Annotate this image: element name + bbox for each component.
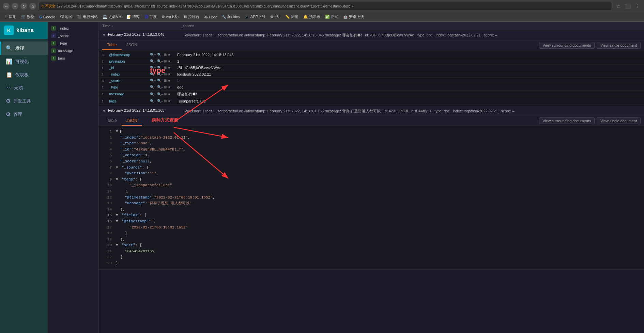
menu-button[interactable]: ⋮: [633, 2, 641, 10]
tab-actions-2: View surrounding documents View single d…: [539, 117, 641, 124]
collapse-icon[interactable]: ▼: [116, 177, 118, 183]
nav-refresh-button[interactable]: ↻: [20, 3, 27, 10]
filter-minus-icon[interactable]: 🔍–: [157, 85, 163, 89]
sidebar-item-dashboard[interactable]: 📋 仪表板: [0, 68, 48, 81]
star-icon[interactable]: ★: [168, 59, 171, 63]
view-surrounding-btn-2[interactable]: View surrounding documents: [539, 117, 595, 124]
bookmark-android[interactable]: 🤖 安卓上线: [341, 14, 366, 20]
sidebar-item-discover[interactable]: 🔍 发现: [0, 42, 48, 55]
sidebar-item-timelion[interactable]: 〰 天鹅: [0, 81, 48, 94]
filter-minus-icon[interactable]: 🔍–: [157, 92, 163, 96]
filter-minus-icon[interactable]: 🔍–: [157, 66, 163, 69]
toggle-column-icon[interactable]: ⊞: [164, 66, 167, 69]
expand-button-1[interactable]: ▼: [102, 33, 106, 37]
tab-table-2[interactable]: Table: [102, 116, 122, 126]
bookmark-apps[interactable]: ⋮ 应用: [2, 14, 18, 20]
row-action-icons: 🔍+ 🔍– ⊞ ★: [150, 79, 177, 82]
bookmark-vmk8s[interactable]: ☸ vm-K8s: [159, 14, 181, 20]
bookmark-k8s[interactable]: ☸ k8s: [268, 14, 282, 20]
json-line: 17 "2022-02-21T06:18:01.165Z": [102, 225, 641, 231]
bookmark-prod[interactable]: ✅ 正式: [323, 14, 340, 20]
bookmark-map[interactable]: 🗺 地图: [58, 14, 74, 20]
log-summary-1[interactable]: ▼ February 21st 2022, 14:18:13.046 @vers…: [99, 30, 644, 40]
nav-home-button[interactable]: ⌂: [29, 3, 36, 10]
bookmark-measure[interactable]: 📏 测量: [283, 14, 301, 20]
json-line: 12 "@timestamp": "2022-02-21T06:18:01.16…: [102, 195, 641, 201]
table-view-1: ○ @timestamp 🔍+ 🔍– ⊞ ★ February 21st 202…: [99, 50, 644, 106]
tab-json-2[interactable]: JSON: [122, 116, 142, 126]
field-index[interactable]: t _index: [48, 25, 98, 32]
nav-back-button[interactable]: ←: [3, 3, 10, 10]
collapse-icon[interactable]: ▼: [116, 212, 118, 219]
filter-plus-icon[interactable]: 🔍+: [150, 92, 156, 96]
log-summary-2[interactable]: ▼ February 21st 2022, 14:18:01.165 @vers…: [99, 106, 644, 116]
field-type-badge: t: [51, 26, 56, 31]
filter-plus-icon[interactable]: 🔍+: [150, 79, 156, 82]
bookmark-console[interactable]: 🖥 控制台: [181, 14, 201, 20]
table-row: t tags 🔍+ 🔍– ⊞ ★ _jsonparsefailure: [99, 98, 644, 105]
nav-forward-button[interactable]: →: [12, 3, 18, 10]
star-icon[interactable]: ★: [168, 99, 171, 103]
star-icon[interactable]: ★: [168, 85, 171, 89]
bookmark-app[interactable]: 📱 APP上线: [243, 14, 267, 20]
star-icon[interactable]: ★: [168, 79, 171, 82]
main-content: type 两种方式查看 Time ↓ _source: [99, 22, 644, 333]
view-single-btn-2[interactable]: View single document: [597, 117, 641, 124]
bookmark-host[interactable]: 🖧 Host: [202, 14, 219, 20]
bookmark-baidu[interactable]: 百 百度: [142, 14, 159, 20]
filter-minus-icon[interactable]: 🔍–: [157, 79, 163, 82]
toggle-column-icon[interactable]: ⊞: [164, 92, 167, 96]
toggle-column-icon[interactable]: ⊞: [164, 85, 167, 89]
star-icon[interactable]: ★: [168, 72, 171, 76]
field-name: _score: [58, 34, 69, 38]
star-icon[interactable]: ★: [168, 92, 171, 96]
filter-plus-icon[interactable]: 🔍+: [150, 66, 156, 69]
filter-plus-icon[interactable]: 🔍+: [150, 53, 156, 57]
time-column-header[interactable]: Time ↓: [102, 24, 181, 28]
filter-plus-icon[interactable]: 🔍+: [150, 72, 156, 76]
filter-plus-icon[interactable]: 🔍+: [150, 99, 156, 103]
filter-plus-icon[interactable]: 🔍+: [150, 85, 156, 89]
toggle-column-icon[interactable]: ⊞: [164, 53, 167, 57]
collapse-icon[interactable]: ▼: [116, 165, 118, 171]
view-single-btn-1[interactable]: View single document: [597, 42, 641, 49]
filter-minus-icon[interactable]: 🔍–: [157, 72, 163, 76]
field-score[interactable]: # _score: [48, 32, 98, 39]
filter-minus-icon[interactable]: 🔍–: [157, 59, 163, 63]
bookmark-blog[interactable]: 📝 博客: [124, 14, 142, 20]
filter-minus-icon[interactable]: 🔍–: [157, 53, 163, 57]
bookmark-google[interactable]: G Google: [37, 14, 57, 20]
sidebar-item-management[interactable]: ⚙ 管理: [0, 108, 48, 121]
filter-plus-icon[interactable]: 🔍+: [150, 59, 156, 63]
toggle-column-icon[interactable]: ⊞: [164, 72, 167, 76]
toggle-column-icon[interactable]: ⊞: [164, 59, 167, 63]
bookmark-shop[interactable]: 🛒 购物: [19, 14, 36, 20]
expand-button-2[interactable]: ▼: [102, 109, 106, 113]
tab-json-1[interactable]: JSON: [122, 41, 142, 50]
field-type[interactable]: t _type: [48, 39, 98, 47]
toggle-column-icon[interactable]: ⊞: [164, 79, 167, 82]
sidebar-item-visualize[interactable]: 📊 可视化: [0, 55, 48, 68]
filter-minus-icon[interactable]: 🔍–: [157, 99, 163, 103]
star-icon[interactable]: ★: [168, 66, 171, 69]
bookmark-jenkins[interactable]: 🔧 Jenkins: [219, 14, 242, 20]
view-surrounding-btn-1[interactable]: View surrounding documents: [539, 42, 595, 49]
tab-table-1[interactable]: Table: [102, 41, 122, 50]
extensions-button[interactable]: ⬛: [624, 2, 632, 10]
star-icon[interactable]: ★: [168, 53, 171, 57]
bookmark-star-button[interactable]: ☆: [614, 2, 622, 10]
toggle-column-icon[interactable]: ⊞: [164, 99, 167, 103]
bookmark-vm[interactable]: 💻 之前VM: [101, 14, 124, 20]
row-field-name: message: [109, 92, 150, 96]
collapse-icon[interactable]: ▼: [116, 219, 118, 225]
bookmark-movie[interactable]: 🎬 电影网站: [75, 14, 100, 20]
field-tags[interactable]: t tags: [48, 54, 98, 62]
bookmark-prerelease[interactable]: 🔔 预发布: [301, 14, 322, 20]
sidebar-item-devtools[interactable]: ⚙ 开发工具: [0, 94, 48, 108]
collapse-icon[interactable]: ▼: [116, 242, 118, 249]
field-message[interactable]: t message: [48, 47, 98, 54]
devtools-icon: ⚙: [6, 98, 11, 104]
json-line: 10 "_jsonparsefailure": [102, 183, 641, 189]
collapse-icon[interactable]: ▼: [116, 129, 118, 135]
url-bar[interactable]: ⚠ 不安全 172.23.0.244:31782/app/kibana#/dis…: [38, 2, 612, 10]
